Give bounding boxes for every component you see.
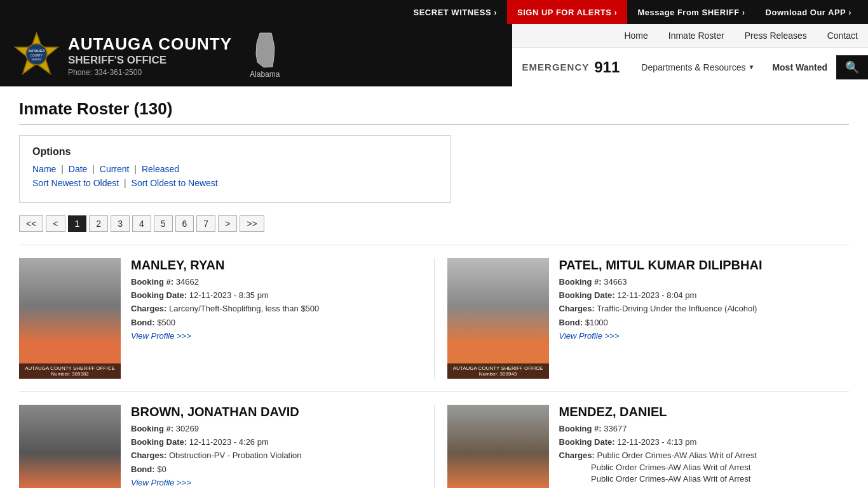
- inmate-name: BROWN, JONATHAN DAVID: [131, 405, 421, 419]
- charges: Charges: Traffic-Driving Under the Influ…: [559, 303, 850, 315]
- inmate-info: BROWN, JONATHAN DAVID Booking #: 30269 B…: [131, 405, 421, 488]
- svg-text:COUNTY: COUNTY: [31, 54, 43, 57]
- nav-home[interactable]: Home: [614, 24, 658, 47]
- page-6[interactable]: 6: [175, 215, 194, 232]
- page-1[interactable]: 1: [68, 215, 87, 232]
- top-nav: Home Inmate Roster Press Releases Contac…: [512, 24, 868, 48]
- emergency-block: EMERGENCY 911: [522, 58, 620, 76]
- download-app-link[interactable]: Download Our APP ›: [756, 0, 862, 24]
- view-profile-link[interactable]: View Profile >>>: [559, 331, 620, 341]
- page-next[interactable]: >: [218, 215, 237, 232]
- sheriff-badge: AUTAUGA COUNTY SHERIFF: [13, 30, 60, 80]
- inmate-name: PATEL, MITUL KUMAR DILIPBHAI: [559, 258, 850, 273]
- table-row: AUTAUGA COUNTY SHERIFF OFFICENumber: 309…: [19, 245, 849, 391]
- emergency-number: 911: [594, 58, 620, 76]
- inmate-photo: AUTAUGA COUNTY SHERIFF OFFICENumber: 309…: [447, 258, 549, 379]
- message-sheriff-label: Message From SHERIFF ›: [637, 8, 745, 17]
- filter-name[interactable]: Name: [32, 164, 56, 174]
- office-name: SHERIFF'S OFFICE: [68, 54, 232, 67]
- sign-up-alerts-link[interactable]: SIGN UP FOR ALERTS ›: [507, 0, 627, 24]
- top-bar: SECRET WITNESS › SIGN UP FOR ALERTS › Me…: [0, 0, 868, 24]
- table-row: AUTAUGA COUNTY SHERIFF OFFICENumber: 121…: [19, 391, 849, 488]
- most-wanted-label: Most Wanted: [772, 62, 827, 72]
- photo-label: AUTAUGA COUNTY SHERIFF OFFICENumber: 309…: [447, 363, 549, 379]
- inmate-info: PATEL, MITUL KUMAR DILIPBHAI Booking #: …: [559, 258, 850, 379]
- filter-date[interactable]: Date: [69, 164, 88, 174]
- phone-value: 334-361-2500: [94, 68, 142, 77]
- view-profile-link[interactable]: View Profile >>>: [131, 478, 191, 487]
- header-right-panel: Home Inmate Roster Press Releases Contac…: [512, 24, 868, 86]
- header: AUTAUGA COUNTY SHERIFF AUTAUGA COUNTY SH…: [0, 24, 868, 86]
- inmate-name: MANLEY, RYAN: [131, 258, 421, 273]
- options-box: Options Name | Date | Current | Released…: [19, 135, 451, 203]
- search-button[interactable]: 🔍: [836, 55, 868, 79]
- county-name: AUTAUGA COUNTY: [68, 34, 232, 54]
- charges: Charges: Public Order Crimes-AW Alias Wr…: [559, 450, 850, 485]
- inmate-card-brown-jonathan: AUTAUGA COUNTY SHERIFF OFFICENumber: 121…: [19, 405, 434, 488]
- download-app-label: Download Our APP ›: [766, 8, 851, 17]
- nav-most-wanted[interactable]: Most Wanted: [763, 60, 836, 75]
- phone-number: Phone: 334-361-2500: [68, 68, 232, 77]
- photo-label: AUTAUGA COUNTY SHERIFF OFFICENumber: 309…: [19, 363, 121, 379]
- inmate-card-patel-mitul: AUTAUGA COUNTY SHERIFF OFFICENumber: 309…: [434, 258, 850, 379]
- inmate-photo: AUTAUGA COUNTY SHERIFF OFFICENumber: 309…: [19, 258, 121, 379]
- inmate-photo: AUTAUGA COUNTY SHERIFF OFFICE: [447, 405, 549, 488]
- page-title: Inmate Roster (130): [19, 99, 849, 125]
- bond: Bond: $500: [131, 317, 421, 329]
- page-2[interactable]: 2: [89, 215, 108, 232]
- booking-number: Booking #: 34662: [131, 276, 421, 288]
- departments-label: Departments & Resources: [641, 62, 745, 72]
- booking-number: Booking #: 34663: [559, 276, 850, 288]
- inmate-grid: AUTAUGA COUNTY SHERIFF OFFICENumber: 309…: [19, 245, 849, 488]
- filter-links: Name | Date | Current | Released: [32, 164, 438, 174]
- options-title: Options: [32, 146, 438, 158]
- page-3[interactable]: 3: [111, 215, 130, 232]
- inmate-photo: AUTAUGA COUNTY SHERIFF OFFICENumber: 121…: [19, 405, 121, 488]
- booking-number: Booking #: 30269: [131, 423, 421, 435]
- bond: Bond: $1000: [559, 317, 850, 329]
- charges: Charges: Larceny/Theft-Shoplifting, less…: [131, 303, 421, 315]
- message-sheriff-link[interactable]: Message From SHERIFF ›: [627, 0, 755, 24]
- booking-date: Booking Date: 12-11-2023 - 8:35 pm: [131, 290, 421, 301]
- inmate-card-mendez-daniel: AUTAUGA COUNTY SHERIFF OFFICE MENDEZ, DA…: [434, 405, 850, 488]
- svg-text:AUTAUGA: AUTAUGA: [29, 49, 45, 53]
- header-title-block: AUTAUGA COUNTY SHERIFF'S OFFICE Phone: 3…: [68, 34, 232, 77]
- nav-departments[interactable]: Departments & Resources ▼: [632, 60, 763, 75]
- sort-oldest[interactable]: Sort Oldest to Newest: [132, 178, 218, 188]
- bottom-nav: EMERGENCY 911 Departments & Resources ▼ …: [512, 48, 868, 86]
- booking-date: Booking Date: 12-11-2023 - 4:26 pm: [131, 437, 421, 448]
- page-7[interactable]: 7: [196, 215, 215, 232]
- search-icon: 🔍: [845, 60, 859, 74]
- secret-witness-link[interactable]: SECRET WITNESS ›: [403, 0, 508, 24]
- pagination: << < 1 2 3 4 5 6 7 > >>: [19, 215, 849, 232]
- state-block: Alabama: [250, 32, 280, 79]
- booking-date: Booking Date: 12-11-2023 - 8:04 pm: [559, 290, 850, 301]
- departments-caret-icon: ▼: [749, 64, 755, 71]
- page-content: Inmate Roster (130) Options Name | Date …: [0, 86, 868, 488]
- alabama-shape-icon: [252, 32, 278, 69]
- page-4[interactable]: 4: [132, 215, 151, 232]
- filter-current[interactable]: Current: [100, 164, 130, 174]
- inmate-info: MANLEY, RYAN Booking #: 34662 Booking Da…: [131, 258, 421, 379]
- sign-up-alerts-label: SIGN UP FOR ALERTS ›: [517, 8, 617, 17]
- sort-newest[interactable]: Sort Newest to Oldest: [32, 178, 119, 188]
- page-5[interactable]: 5: [154, 215, 173, 232]
- svg-text:SHERIFF: SHERIFF: [31, 58, 42, 61]
- inmate-card-manley-ryan: AUTAUGA COUNTY SHERIFF OFFICENumber: 309…: [19, 258, 434, 379]
- charges: Charges: Obstruction-PV - Probation Viol…: [131, 450, 421, 461]
- bond: Bond: $0: [131, 464, 421, 475]
- phone-label: Phone:: [68, 68, 92, 77]
- sort-links: Sort Newest to Oldest | Sort Oldest to N…: [32, 178, 438, 188]
- page-prev[interactable]: <: [46, 215, 65, 232]
- view-profile-link[interactable]: View Profile >>>: [131, 331, 191, 341]
- page-first[interactable]: <<: [19, 215, 43, 232]
- secret-witness-label: SECRET WITNESS ›: [414, 8, 498, 17]
- page-last[interactable]: >>: [240, 215, 264, 232]
- inmate-info: MENDEZ, DANIEL Booking #: 33677 Booking …: [559, 405, 850, 488]
- filter-released[interactable]: Released: [142, 164, 179, 174]
- booking-date: Booking Date: 12-11-2023 - 4:13 pm: [559, 437, 850, 448]
- nav-inmate-roster[interactable]: Inmate Roster: [658, 24, 735, 47]
- nav-press-releases[interactable]: Press Releases: [735, 24, 817, 47]
- emergency-label: EMERGENCY: [522, 62, 590, 72]
- nav-contact[interactable]: Contact: [817, 24, 868, 47]
